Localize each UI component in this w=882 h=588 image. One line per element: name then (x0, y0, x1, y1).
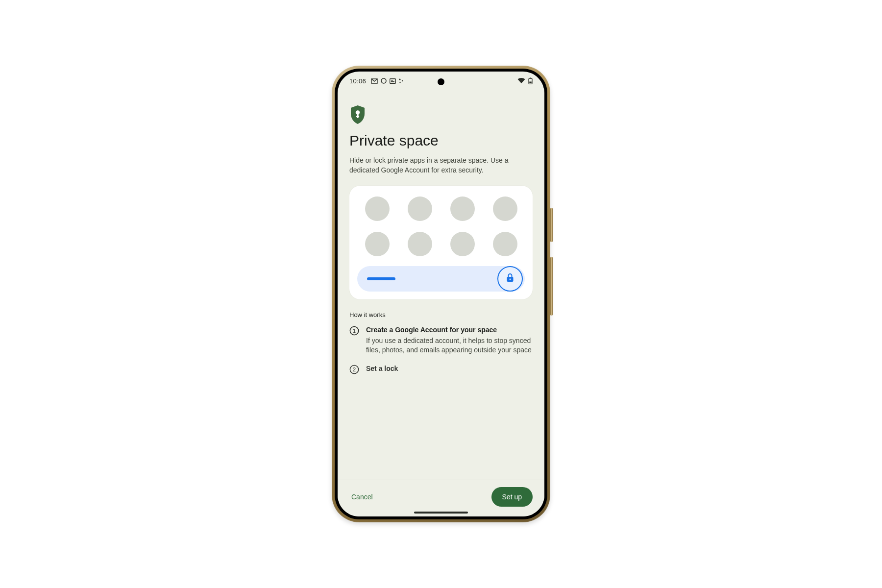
svg-text:1: 1 (353, 328, 356, 334)
illustration-card (349, 186, 533, 299)
svg-rect-2 (391, 80, 393, 80)
cancel-button[interactable]: Cancel (349, 488, 375, 506)
app-placeholder (365, 232, 390, 256)
svg-rect-8 (530, 78, 531, 79)
app-placeholder (493, 232, 517, 256)
app-placeholder (450, 232, 475, 256)
svg-rect-12 (356, 116, 359, 118)
lock-icon (506, 273, 514, 285)
step-1-body: If you use a dedicated account, it helps… (366, 337, 532, 354)
private-space-label-placeholder (367, 277, 395, 280)
private-space-pill (357, 266, 525, 292)
front-camera (438, 78, 444, 85)
page-subtitle: Hide or lock private apps in a separate … (349, 155, 533, 175)
wifi-icon (517, 78, 525, 84)
step-two-icon: 2 (349, 365, 359, 374)
bottom-action-bar: Cancel Set up (338, 480, 544, 516)
private-space-shield-icon (349, 105, 366, 124)
how-it-works-label: How it works (349, 311, 533, 318)
page-title: Private space (349, 132, 533, 149)
svg-point-14 (510, 279, 511, 280)
app-placeholder (408, 232, 432, 256)
content-area: Private space Hide or lock private apps … (338, 90, 544, 480)
battery-icon (528, 77, 533, 84)
step-one-icon: 1 (349, 326, 359, 336)
svg-point-5 (402, 80, 403, 81)
step-2-title: Set a lock (366, 364, 398, 374)
gmail-icon (371, 78, 378, 84)
status-time: 10:06 (349, 77, 366, 85)
svg-point-0 (381, 78, 386, 83)
app-placeholder (408, 196, 432, 221)
power-button[interactable] (550, 208, 553, 242)
step-1: 1 Create a Google Account for your space… (349, 325, 533, 355)
svg-rect-1 (390, 78, 396, 83)
screen: 10:06 (338, 72, 544, 516)
news-icon (390, 78, 396, 84)
more-icon (399, 78, 404, 84)
set-up-button[interactable]: Set up (491, 487, 533, 507)
app-placeholder-grid (357, 195, 525, 263)
svg-text:2: 2 (353, 367, 356, 372)
app-placeholder (450, 196, 475, 221)
circle-icon (381, 78, 387, 84)
gesture-nav-bar[interactable] (414, 512, 468, 514)
app-placeholder (493, 196, 517, 221)
svg-rect-9 (529, 82, 531, 84)
phone-frame: 10:06 (332, 66, 550, 522)
step-2: 2 Set a lock (349, 364, 533, 375)
lock-toggle[interactable] (497, 266, 523, 292)
app-placeholder (365, 196, 390, 221)
svg-rect-3 (391, 81, 394, 82)
svg-point-4 (399, 78, 400, 80)
volume-button[interactable] (550, 257, 553, 316)
svg-point-6 (399, 82, 400, 83)
step-1-title: Create a Google Account for your space (366, 325, 533, 335)
